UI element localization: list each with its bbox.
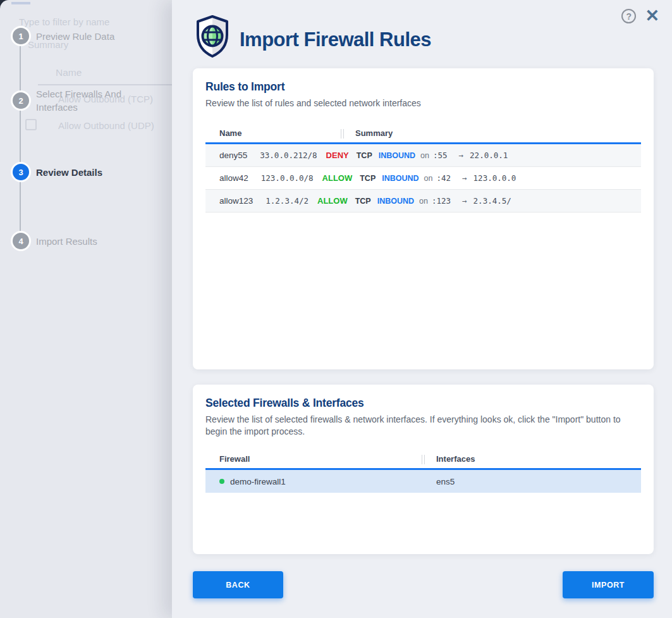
table-row[interactable]: demo-firewall1ens5: [205, 470, 641, 493]
rule-action: DENY: [326, 151, 349, 160]
rule-name: allow123: [205, 196, 253, 206]
firewalls-table-header: Firewall Interfaces: [205, 449, 641, 470]
help-icon[interactable]: ?: [621, 9, 636, 23]
import-button[interactable]: IMPORT: [563, 571, 654, 598]
firewall-name: demo-firewall1: [230, 477, 286, 486]
modal-main-panel: ? ✕ Import Firewall Rules Rules to Impor…: [172, 0, 672, 618]
page-title: Import Firewall Rules: [240, 28, 431, 51]
rule-port: :55: [433, 151, 448, 160]
rule-name: deny55: [205, 151, 247, 160]
rule-summary: 1.2.3.4/2ALLOWTCPINBOUNDon:123→2.3.4.5/: [253, 196, 641, 206]
status-dot: [219, 479, 224, 484]
rule-protocol: TCP: [357, 151, 372, 160]
rules-card-title: Rules to Import: [205, 80, 641, 94]
rule-summary: 123.0.0.0/8ALLOWTCPINBOUNDon:42→123.0.0.…: [248, 173, 641, 183]
step-number-badge: 2: [11, 90, 31, 111]
step-label: Select Firewalls And Interfaces: [36, 87, 149, 114]
stepper-connector-line: [20, 36, 21, 241]
rules-card-subtitle: Review the list of rules and selected ne…: [205, 97, 641, 109]
table-row[interactable]: allow1231.2.3.4/2ALLOWTCPINBOUNDon:123→2…: [205, 190, 641, 213]
firewalls-card-title: Selected Firewalls & Interfaces: [205, 397, 641, 410]
rules-table: Name Summary deny5533.0.0.212/8DENYTCPIN…: [205, 123, 641, 213]
close-icon[interactable]: ✕: [645, 8, 659, 25]
rule-direction: INBOUND: [377, 197, 414, 206]
stepper-step-2[interactable]: 2Select Firewalls And Interfaces: [11, 87, 149, 114]
back-button[interactable]: BACK: [193, 571, 283, 598]
rule-protocol: TCP: [355, 197, 371, 206]
selected-firewalls-card: Selected Firewalls & Interfaces Review t…: [193, 385, 654, 554]
rules-to-import-card: Rules to Import Review the list of rules…: [193, 68, 654, 369]
firewall-name-cell: demo-firewall1: [205, 477, 424, 486]
rule-summary: 33.0.0.212/8DENYTCPINBOUNDon:55→22.0.0.1: [247, 151, 641, 160]
rule-protocol: TCP: [360, 174, 376, 183]
ghost-divider: [38, 84, 172, 85]
rule-on-label: on: [419, 197, 428, 206]
column-header-firewall[interactable]: Firewall: [205, 454, 424, 464]
firewalls-table: Firewall Interfaces demo-firewall1ens5: [205, 449, 641, 493]
import-firewall-rules-modal: Type to filter by name Summary Name Allo…: [0, 0, 672, 618]
rule-source: 123.0.0.0/8: [261, 173, 314, 183]
column-header-interfaces[interactable]: Interfaces: [424, 454, 641, 464]
modal-header: Import Firewall Rules: [193, 14, 431, 58]
rule-direction: INBOUND: [379, 151, 415, 160]
arrow-icon: →: [459, 151, 464, 160]
ghost-rule-udp: Allow Outbound (UDP): [58, 120, 154, 131]
ghost-checkbox: [25, 119, 37, 130]
shield-globe-logo: [193, 14, 232, 58]
column-resize-handle[interactable]: [341, 129, 344, 139]
table-row[interactable]: deny5533.0.0.212/8DENYTCPINBOUNDon:55→22…: [205, 144, 641, 167]
arrow-icon: →: [462, 196, 467, 206]
ghost-name-label: Name: [56, 67, 82, 78]
rule-port: :42: [436, 173, 451, 183]
rule-destination: 123.0.0.0: [473, 173, 516, 183]
rule-on-label: on: [420, 151, 429, 160]
rule-on-label: on: [424, 174, 433, 183]
step-number-badge: 4: [11, 231, 31, 251]
step-number-badge: 3: [11, 162, 31, 182]
arrow-icon: →: [462, 173, 467, 183]
rules-table-header: Name Summary: [205, 123, 641, 144]
rule-destination: 2.3.4.5/: [473, 196, 511, 206]
column-header-name[interactable]: Name: [205, 128, 343, 138]
step-label: Review Details: [36, 166, 102, 179]
rule-action: ALLOW: [322, 173, 353, 183]
rule-direction: INBOUND: [382, 174, 418, 183]
firewalls-card-subtitle: Review the list of selected firewalls & …: [205, 414, 641, 438]
ghost-underline: [11, 2, 30, 4]
rule-name: allow42: [205, 173, 248, 183]
wizard-stepper-sidebar: Type to filter by name Summary Name Allo…: [0, 0, 172, 618]
stepper-step-4[interactable]: 4Import Results: [11, 231, 97, 251]
rule-action: ALLOW: [317, 196, 348, 206]
column-header-summary[interactable]: Summary: [343, 128, 641, 138]
rule-destination: 22.0.0.1: [470, 151, 508, 160]
step-number-badge: 1: [11, 26, 31, 46]
rule-source: 33.0.0.212/8: [260, 151, 317, 160]
table-row[interactable]: allow42123.0.0.0/8ALLOWTCPINBOUNDon:42→1…: [205, 167, 641, 190]
column-resize-handle[interactable]: [422, 455, 425, 464]
firewall-interfaces: ens5: [424, 477, 641, 486]
rule-source: 1.2.3.4/2: [266, 196, 309, 206]
stepper-step-3[interactable]: 3Review Details: [11, 162, 102, 182]
step-label: Preview Rule Data: [36, 30, 114, 43]
stepper-step-1[interactable]: 1Preview Rule Data: [11, 26, 114, 46]
step-label: Import Results: [36, 235, 97, 248]
rule-port: :123: [432, 196, 451, 206]
